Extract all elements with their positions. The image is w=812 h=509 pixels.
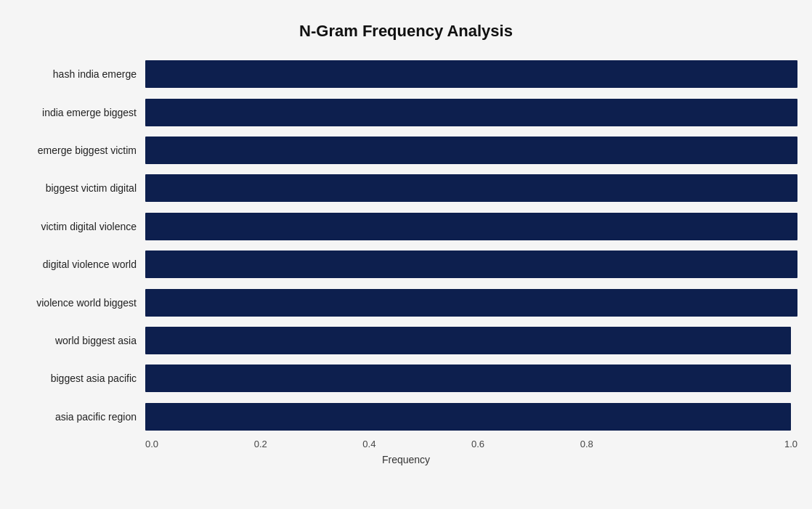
bar-label: digital violence world	[15, 258, 145, 270]
bar-label: victim digital violence	[15, 221, 145, 232]
bar-fill	[145, 403, 791, 431]
bars-section: hash india emergeindia emerge biggesteme…	[15, 55, 797, 436]
x-axis: 0.00.20.40.60.81.0 Frequency	[15, 439, 797, 465]
bar-fill	[145, 251, 797, 278]
x-axis-tick: 0.0	[145, 439, 254, 449]
bar-row: victim digital violence	[15, 209, 797, 244]
bar-track	[145, 251, 797, 278]
bar-label: biggest victim digital	[15, 182, 145, 194]
bar-row: digital violence world	[15, 247, 797, 282]
bar-track	[145, 327, 797, 354]
bar-track	[145, 289, 797, 317]
bar-label: emerge biggest victim	[15, 144, 145, 156]
bar-fill	[145, 137, 797, 164]
bar-label: hash india emerge	[15, 68, 145, 80]
bar-fill	[145, 99, 797, 126]
bar-row: violence world biggest	[15, 285, 797, 320]
bar-label: violence world biggest	[15, 297, 145, 309]
chart-title: N-Gram Frequency Analysis	[15, 15, 797, 41]
bar-row: world biggest asia	[15, 323, 797, 358]
bar-fill	[145, 174, 797, 202]
bar-row: hash india emerge	[15, 57, 797, 91]
bar-track	[145, 174, 797, 202]
bar-fill	[145, 365, 791, 392]
bar-track	[145, 137, 797, 164]
bar-label: asia pacific region	[15, 411, 145, 423]
bar-fill	[145, 60, 797, 88]
bar-row: biggest asia pacific	[15, 361, 797, 396]
bar-row: asia pacific region	[15, 399, 797, 434]
bar-track	[145, 60, 797, 88]
chart-container: N-Gram Frequency Analysis hash india eme…	[0, 0, 812, 509]
x-axis-tick: 0.8	[580, 439, 689, 449]
chart-area: hash india emergeindia emerge biggesteme…	[15, 55, 797, 465]
bar-track	[145, 213, 797, 240]
bar-track	[145, 99, 797, 126]
bar-label: india emerge biggest	[15, 107, 145, 118]
x-axis-tick: 0.6	[471, 439, 580, 449]
bar-fill	[145, 289, 797, 317]
bar-row: india emerge biggest	[15, 95, 797, 130]
x-axis-tick: 1.0	[689, 439, 797, 449]
bar-label: world biggest asia	[15, 335, 145, 346]
bar-row: biggest victim digital	[15, 171, 797, 205]
bar-row: emerge biggest victim	[15, 133, 797, 168]
bar-fill	[145, 327, 791, 354]
x-axis-tick: 0.4	[362, 439, 471, 449]
x-axis-label: Frequency	[15, 454, 797, 465]
bar-track	[145, 403, 797, 431]
bar-fill	[145, 213, 797, 240]
bar-track	[145, 365, 797, 392]
x-axis-ticks: 0.00.20.40.60.81.0	[145, 439, 797, 449]
bar-label: biggest asia pacific	[15, 372, 145, 384]
x-axis-tick: 0.2	[254, 439, 363, 449]
